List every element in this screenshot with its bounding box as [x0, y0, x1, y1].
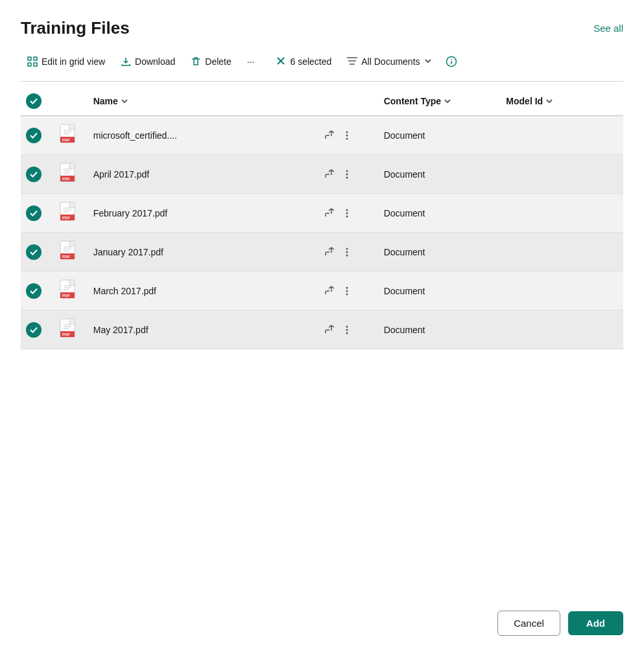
- svg-point-29: [346, 170, 348, 172]
- select-all-checkbox[interactable]: [26, 93, 42, 109]
- svg-text:PDF: PDF: [62, 294, 70, 298]
- table-header-row: Name Content Type: [21, 87, 623, 116]
- delete-button[interactable]: Delete: [184, 53, 237, 71]
- share-icon[interactable]: [322, 244, 338, 260]
- file-name: March 2017.pdf: [93, 286, 156, 296]
- download-icon: [121, 56, 131, 67]
- table-row: PDF February 2017.pdf: [21, 194, 623, 233]
- pdf-file-icon: PDF: [60, 279, 78, 300]
- more-options-icon[interactable]: [343, 128, 351, 143]
- row-checkbox[interactable]: [26, 283, 42, 299]
- download-button[interactable]: Download: [114, 53, 182, 71]
- checkmark-icon: [29, 325, 38, 334]
- checkmark-icon: [29, 209, 38, 218]
- svg-point-71: [346, 332, 348, 334]
- grid-icon: [27, 56, 38, 67]
- th-file-icon: [54, 87, 88, 116]
- share-icon[interactable]: [322, 322, 338, 338]
- svg-rect-2: [28, 63, 31, 66]
- table-row: PDF April 2017.pdf: [21, 155, 623, 194]
- share-icon[interactable]: [322, 205, 338, 221]
- content-type-value: Document: [384, 247, 425, 257]
- all-documents-label: All Documents: [361, 56, 420, 67]
- page-title: Training Files: [21, 18, 130, 38]
- th-content-type: Content Type: [379, 87, 501, 116]
- edit-grid-button[interactable]: Edit in grid view: [21, 53, 112, 71]
- checkmark-icon: [29, 97, 38, 106]
- svg-rect-15: [69, 124, 75, 130]
- info-button[interactable]: [441, 51, 462, 72]
- pdf-file-icon: PDF: [60, 318, 78, 339]
- content-type-value: Document: [384, 169, 425, 180]
- svg-rect-55: [69, 280, 75, 285]
- file-name: February 2017.pdf: [93, 208, 167, 218]
- see-all-link[interactable]: See all: [593, 23, 623, 34]
- file-pdf-icon-cell: PDF: [54, 116, 88, 155]
- svg-point-40: [346, 212, 348, 214]
- table-row: PDF microsoft_certified....: [21, 116, 623, 155]
- content-type-value: Document: [384, 208, 425, 218]
- svg-rect-0: [28, 57, 31, 60]
- pdf-file-icon: PDF: [60, 202, 78, 222]
- model-sort-icon[interactable]: [545, 97, 553, 105]
- checkmark-icon: [29, 170, 38, 179]
- svg-rect-1: [34, 57, 37, 60]
- row-checkbox[interactable]: [26, 322, 42, 338]
- table-row: PDF January 2017.pdf: [21, 233, 623, 272]
- file-pdf-icon-cell: PDF: [54, 194, 88, 233]
- filter-lines-icon: [347, 56, 357, 67]
- cancel-button[interactable]: Cancel: [497, 611, 560, 636]
- content-type-column-label: Content Type: [384, 96, 441, 106]
- more-options-icon[interactable]: [343, 283, 351, 299]
- share-icon[interactable]: [322, 283, 338, 299]
- svg-point-11: [451, 59, 452, 60]
- row-checkbox[interactable]: [26, 205, 42, 221]
- name-sort-icon[interactable]: [121, 97, 128, 105]
- page-header: Training Files See all: [21, 18, 623, 38]
- all-documents-dropdown[interactable]: All Documents: [340, 53, 438, 71]
- more-options-icon[interactable]: [343, 322, 351, 338]
- bottom-actions: Cancel Add: [497, 611, 623, 636]
- svg-point-31: [346, 176, 348, 178]
- svg-point-19: [346, 131, 348, 133]
- share-icon[interactable]: [322, 128, 338, 143]
- row-checkbox[interactable]: [26, 167, 42, 182]
- th-actions: [317, 87, 378, 116]
- content-sort-icon[interactable]: [444, 97, 451, 105]
- name-column-label: Name: [93, 96, 118, 106]
- svg-text:PDF: PDF: [62, 216, 70, 220]
- th-model-id: Model Id: [501, 87, 623, 116]
- table-row: PDF March 2017.pdf: [21, 272, 623, 310]
- svg-point-60: [346, 290, 348, 292]
- pdf-file-icon: PDF: [60, 240, 78, 261]
- add-button[interactable]: Add: [568, 611, 623, 635]
- file-pdf-icon-cell: PDF: [54, 310, 88, 349]
- chevron-down-icon: [424, 56, 432, 67]
- svg-point-50: [346, 251, 348, 253]
- share-icon[interactable]: [322, 167, 338, 182]
- svg-point-49: [346, 248, 348, 250]
- more-options-icon[interactable]: [343, 244, 351, 260]
- download-label: Download: [135, 56, 175, 67]
- svg-text:PDF: PDF: [62, 333, 70, 336]
- selected-badge[interactable]: 6 selected: [269, 52, 338, 72]
- toolbar-divider: [265, 55, 265, 68]
- th-name: Name: [88, 87, 318, 116]
- info-icon: [446, 56, 457, 67]
- svg-point-41: [346, 215, 348, 217]
- svg-rect-45: [69, 241, 75, 246]
- file-pdf-icon-cell: PDF: [54, 155, 88, 194]
- row-checkbox[interactable]: [26, 128, 42, 143]
- more-options-icon[interactable]: [343, 167, 351, 182]
- file-pdf-icon-cell: PDF: [54, 272, 88, 310]
- svg-point-30: [346, 173, 348, 175]
- checkmark-icon: [29, 286, 38, 296]
- more-button[interactable]: ···: [241, 53, 261, 71]
- svg-point-70: [346, 329, 348, 331]
- file-name: April 2017.pdf: [93, 169, 149, 180]
- more-options-icon[interactable]: [343, 205, 351, 221]
- pdf-file-icon: PDF: [60, 124, 78, 145]
- row-checkbox[interactable]: [26, 244, 42, 260]
- trash-icon: [191, 56, 201, 67]
- svg-point-20: [346, 134, 348, 136]
